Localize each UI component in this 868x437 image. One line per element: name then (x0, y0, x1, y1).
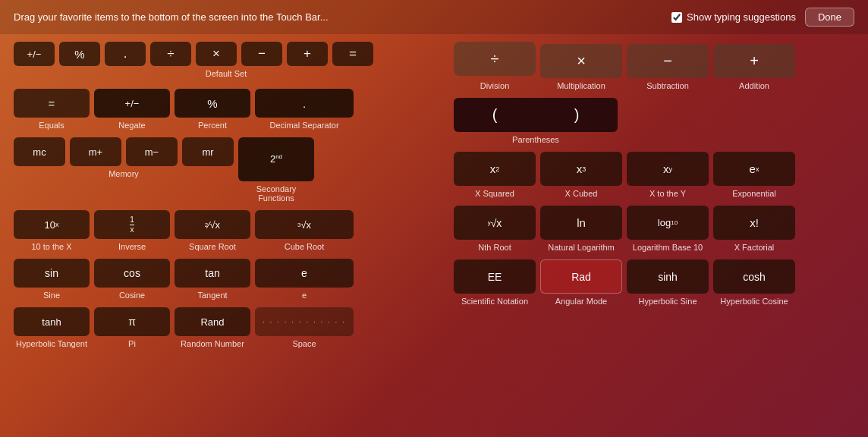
subtraction-label: Subtraction (646, 81, 689, 90)
default-divide[interactable]: ÷ (150, 42, 191, 66)
memory-btns: mc m+ m− mr (14, 137, 234, 166)
ten-to-x-label: 10 to the X (31, 242, 71, 251)
equals-label: Equals (39, 121, 64, 130)
angular-mode-item: Rad Angular Mode (540, 259, 622, 306)
default-equals[interactable]: = (332, 42, 373, 66)
typing-suggestions-label[interactable]: Show typing suggestions (671, 11, 796, 23)
row3: 10x 10 to the X 1x Inverse 2⁄√x Square R… (14, 210, 439, 251)
nth-root-label: Nth Root (478, 243, 511, 252)
default-multiply[interactable]: × (196, 42, 237, 66)
default-subtract[interactable]: − (241, 42, 282, 66)
negate-label: Negate (118, 121, 145, 130)
default-add[interactable]: + (287, 42, 328, 66)
scientific-notation-btn[interactable]: EE (454, 259, 536, 294)
e-btn[interactable]: e (255, 259, 354, 288)
division-btn[interactable]: ÷ (454, 42, 536, 76)
instruction-text: Drag your favorite items to the bottom o… (14, 11, 329, 23)
default-decimal[interactable]: . (105, 42, 146, 66)
x-factorial-btn[interactable]: x! (713, 206, 795, 240)
mminus-btn[interactable]: m− (126, 137, 178, 166)
negate-btn[interactable]: +/− (94, 89, 170, 118)
addition-btn[interactable]: + (713, 44, 795, 78)
pi-btn[interactable]: π (94, 307, 170, 336)
equals-btn[interactable]: = (14, 89, 90, 118)
angular-mode-btn[interactable]: Rad (540, 259, 622, 294)
cube-root-btn[interactable]: 3√x (255, 210, 354, 239)
natural-log-btn[interactable]: ln (540, 206, 622, 240)
addition-item: + Addition (713, 44, 795, 90)
parentheses-label: Parentheses (512, 135, 559, 144)
secondary-item: 2nd Secondary Functions (238, 137, 314, 203)
x-cubed-item: x3 X Cubed (540, 152, 622, 198)
parentheses-item: ( ) Parentheses (454, 98, 618, 144)
rand-btn[interactable]: Rand (175, 307, 250, 336)
default-set-row: +/− % . ÷ × − + = (14, 42, 439, 66)
tan-label: Tangent (197, 291, 227, 300)
rand-label: Random Number (181, 339, 244, 348)
addition-label: Addition (739, 81, 769, 90)
e-item: e e (255, 259, 354, 300)
percent-btn[interactable]: % (175, 89, 250, 118)
inverse-item: 1x Inverse (94, 210, 170, 251)
exponential-btn[interactable]: ex (713, 152, 795, 186)
x-cubed-btn[interactable]: x3 (540, 152, 622, 186)
nth-root-btn[interactable]: y√x (454, 206, 536, 240)
done-button[interactable]: Done (805, 8, 854, 27)
right-panel: ÷ Division × Multiplication − Subtractio… (454, 42, 854, 348)
x-to-y-item: xy X to the Y (627, 152, 709, 198)
hyperbolic-sine-btn[interactable]: sinh (627, 259, 709, 294)
row5: tanh Hyperbolic Tangent π Pi Rand Random… (14, 307, 439, 348)
x-squared-label: X Squared (475, 189, 514, 198)
angular-mode-label: Angular Mode (555, 297, 608, 306)
scientific-notation-item: EE Scientific Notation (454, 259, 536, 306)
decimal-btn[interactable]: . (255, 89, 354, 118)
hyperbolic-cosine-btn[interactable]: cosh (713, 259, 795, 294)
top-bar-right: Show typing suggestions Done (671, 8, 854, 27)
default-plus-minus[interactable]: +/− (14, 42, 55, 66)
x-squared-item: x2 X Squared (454, 152, 536, 198)
multiplication-btn[interactable]: × (540, 44, 622, 78)
pi-item: π Pi (94, 307, 170, 348)
tanh-label: Hyperbolic Tangent (16, 339, 87, 348)
memory-group: mc m+ m− mr Memory (14, 137, 234, 178)
multiplication-label: Multiplication (557, 81, 605, 90)
space-btn[interactable]: · · · · · · · · · · · · (255, 307, 354, 336)
close-paren-btn[interactable]: ) (536, 98, 618, 132)
default-percent[interactable]: % (59, 42, 100, 66)
square-root-item: 2⁄√x Square Root (175, 210, 250, 251)
open-paren-btn[interactable]: ( (454, 98, 536, 132)
mr-btn[interactable]: mr (182, 137, 234, 166)
ten-to-x-btn[interactable]: 10x (14, 210, 90, 239)
subtraction-btn[interactable]: − (627, 44, 709, 78)
hyperbolic-cosine-label: Hyperbolic Cosine (720, 297, 788, 306)
log-base-10-label: Logarithm Base 10 (633, 243, 703, 252)
e-label: e (302, 291, 307, 300)
hyperbolic-cosine-item: cosh Hyperbolic Cosine (713, 259, 795, 306)
division-label: Division (480, 81, 510, 90)
division-item: ÷ Division (454, 42, 536, 90)
inverse-btn[interactable]: 1x (94, 210, 170, 239)
tanh-btn[interactable]: tanh (14, 307, 90, 336)
equals-item: = Equals (14, 89, 90, 130)
x-squared-btn[interactable]: x2 (454, 152, 536, 186)
space-label: Space (292, 339, 316, 348)
sin-label: Sine (43, 291, 60, 300)
ten-to-x-item: 10x 10 to the X (14, 210, 90, 251)
log-base-10-btn[interactable]: log10 (627, 206, 709, 240)
default-set-label: Default Set (14, 69, 439, 78)
memory-label: Memory (14, 169, 234, 178)
x-cubed-label: X Cubed (565, 189, 598, 198)
cos-btn[interactable]: cos (94, 259, 170, 288)
mplus-btn[interactable]: m+ (70, 137, 121, 166)
x-to-y-label: X to the Y (649, 189, 686, 198)
typing-suggestions-checkbox[interactable] (671, 12, 682, 23)
secondary-btn[interactable]: 2nd (238, 137, 314, 181)
square-root-btn[interactable]: 2⁄√x (175, 210, 250, 239)
tan-btn[interactable]: tan (175, 259, 250, 288)
exponential-label: Exponential (732, 189, 776, 198)
exponential-item: ex Exponential (713, 152, 795, 198)
mc-btn[interactable]: mc (14, 137, 65, 166)
cos-item: cos Cosine (94, 259, 170, 300)
x-to-y-btn[interactable]: xy (627, 152, 709, 186)
sin-btn[interactable]: sin (14, 259, 90, 288)
